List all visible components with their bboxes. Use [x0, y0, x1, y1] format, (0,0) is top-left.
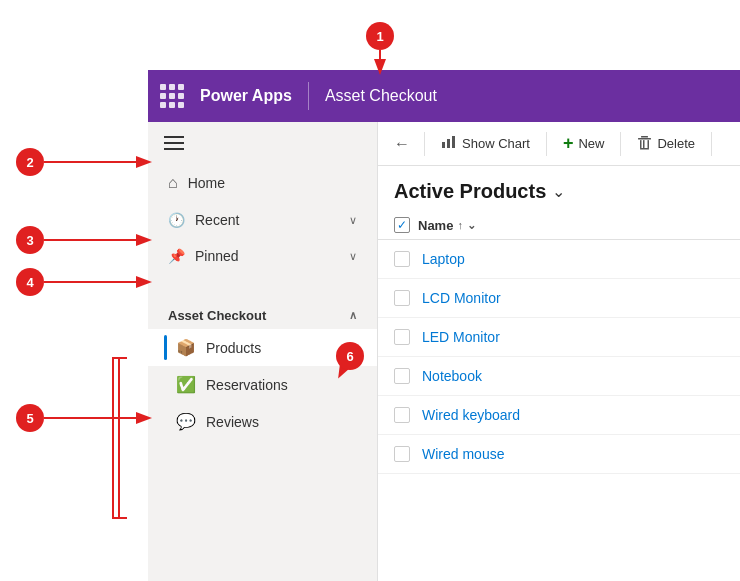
item-name-5: Wired keyboard: [422, 407, 520, 423]
sort-desc-icon: ⌄: [467, 219, 476, 232]
new-label: New: [578, 136, 604, 151]
content-title: Active Products: [394, 180, 546, 203]
svg-rect-3: [638, 138, 651, 140]
toolbar: ← Show Chart + New: [378, 122, 740, 166]
delete-label: Delete: [657, 136, 695, 151]
home-icon: ⌂: [168, 174, 178, 192]
toolbar-divider-4: [711, 132, 712, 156]
item-name-2: LCD Monitor: [422, 290, 501, 306]
svg-rect-4: [641, 136, 648, 138]
hamburger-button[interactable]: [148, 122, 377, 164]
delete-button[interactable]: Delete: [627, 130, 705, 158]
show-chart-button[interactable]: Show Chart: [431, 129, 540, 158]
recent-icon: 🕐: [168, 212, 185, 228]
sidebar-section-header: Asset Checkout ∧: [148, 294, 377, 329]
sidebar-item-reviews[interactable]: 💬 Reviews: [148, 403, 377, 440]
svg-rect-5: [640, 140, 642, 148]
item-checkbox-1[interactable]: [394, 251, 410, 267]
list-item[interactable]: Notebook: [378, 357, 740, 396]
item-checkbox-4[interactable]: [394, 368, 410, 384]
annotation-2: 2: [16, 148, 44, 176]
list-item[interactable]: LED Monitor: [378, 318, 740, 357]
reviews-icon: 💬: [176, 412, 196, 431]
item-checkbox-3[interactable]: [394, 329, 410, 345]
svg-rect-8: [640, 148, 649, 150]
show-chart-label: Show Chart: [462, 136, 530, 151]
app-launcher-icon[interactable]: [160, 84, 184, 108]
power-apps-title: Power Apps: [200, 87, 292, 105]
item-name-1: Laptop: [422, 251, 465, 267]
sidebar-item-recent[interactable]: 🕐 Recent ∨: [148, 202, 377, 238]
sidebar-item-pinned[interactable]: 📌 Pinned ∨: [148, 238, 377, 274]
pinned-chevron-icon: ∨: [349, 250, 357, 263]
svg-rect-0: [442, 142, 445, 148]
column-header: ✓ Name ↑ ⌄: [378, 211, 740, 240]
list-item[interactable]: LCD Monitor: [378, 279, 740, 318]
sidebar-item-pinned-label: Pinned: [195, 248, 339, 264]
list-item[interactable]: Wired mouse: [378, 435, 740, 474]
item-checkbox-6[interactable]: [394, 446, 410, 462]
annotation-5: 5: [16, 404, 44, 432]
new-plus-icon: +: [563, 133, 574, 154]
name-column-header[interactable]: Name ↑ ⌄: [418, 218, 476, 233]
toolbar-divider-1: [424, 132, 425, 156]
svg-rect-6: [648, 140, 650, 148]
chart-icon: [441, 134, 457, 153]
item-checkbox-2[interactable]: [394, 290, 410, 306]
list-item[interactable]: Laptop: [378, 240, 740, 279]
section-title-label: Asset Checkout: [168, 308, 266, 323]
toolbar-divider-3: [620, 132, 621, 156]
svg-rect-2: [452, 136, 455, 148]
header-divider: [308, 82, 309, 110]
new-button[interactable]: + New: [553, 128, 615, 159]
svg-rect-15: [113, 358, 119, 518]
recent-chevron-icon: ∨: [349, 214, 357, 227]
annotation-6: 6: [336, 342, 364, 370]
content-header: Active Products ⌄: [378, 166, 740, 211]
sort-asc-icon: ↑: [457, 219, 463, 231]
pinned-icon: 📌: [168, 248, 185, 264]
item-name-3: LED Monitor: [422, 329, 500, 345]
content-title-chevron-icon[interactable]: ⌄: [552, 182, 565, 201]
back-button[interactable]: ←: [386, 130, 418, 158]
item-checkbox-5[interactable]: [394, 407, 410, 423]
sidebar-item-recent-label: Recent: [195, 212, 339, 228]
delete-icon: [637, 135, 652, 153]
reservations-icon: ✅: [176, 375, 196, 394]
sidebar-item-home-label: Home: [188, 175, 357, 191]
toolbar-divider-2: [546, 132, 547, 156]
sidebar-item-reservations[interactable]: ✅ Reservations: [148, 366, 377, 403]
hamburger-icon: [164, 136, 361, 150]
select-all-checkbox[interactable]: ✓: [394, 217, 410, 233]
section-chevron-icon[interactable]: ∧: [349, 309, 357, 322]
sidebar-item-reviews-label: Reviews: [206, 414, 259, 430]
sidebar-item-reservations-label: Reservations: [206, 377, 288, 393]
products-list: Laptop LCD Monitor LED Monitor Notebook …: [378, 240, 740, 474]
asset-checkout-title: Asset Checkout: [325, 87, 437, 105]
sidebar-item-home[interactable]: ⌂ Home: [148, 164, 377, 202]
app-header: Power Apps Asset Checkout: [148, 70, 740, 122]
svg-rect-7: [643, 140, 645, 148]
list-item[interactable]: Wired keyboard: [378, 396, 740, 435]
sidebar-item-products-label: Products: [206, 340, 261, 356]
item-name-4: Notebook: [422, 368, 482, 384]
annotation-1: 1: [366, 22, 394, 50]
products-icon: 📦: [176, 338, 196, 357]
svg-rect-1: [447, 139, 450, 148]
annotation-3: 3: [16, 226, 44, 254]
main-content: ← Show Chart + New: [378, 122, 740, 581]
item-name-6: Wired mouse: [422, 446, 504, 462]
annotation-4: 4: [16, 268, 44, 296]
